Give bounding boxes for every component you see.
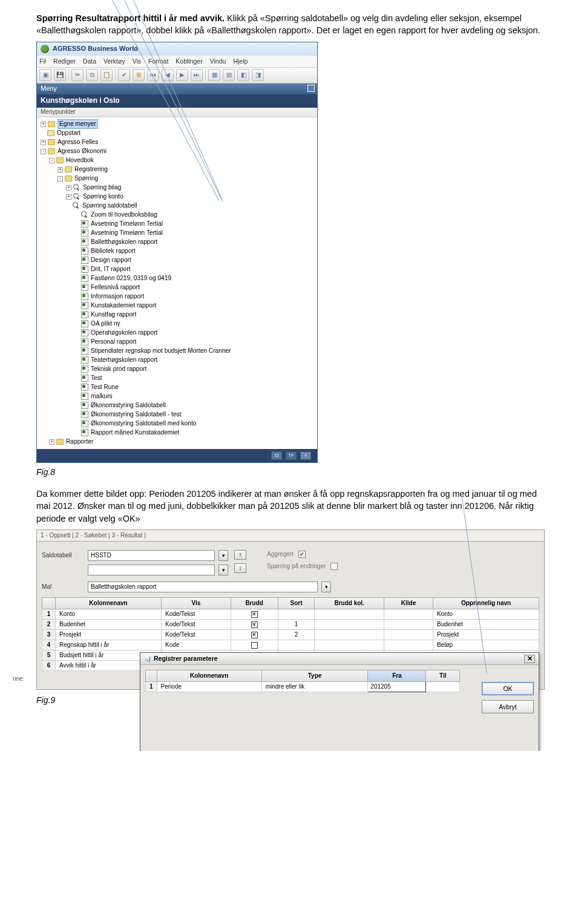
menu-hjelp[interactable]: Hjelp — [233, 57, 248, 66]
tree-item[interactable]: +Rapporter — [41, 437, 315, 447]
tree-item[interactable]: Informasjon rapport — [41, 292, 315, 301]
tb-star-icon[interactable]: ⊞ — [133, 69, 145, 81]
tree-item[interactable]: Kunstfag rapport — [41, 310, 315, 319]
tb-copy-icon[interactable]: ⧉ — [86, 69, 98, 81]
table-row[interactable]: 4Regnskap hittil i årKodeBeløp — [42, 640, 539, 650]
menu-vis[interactable]: Vis — [133, 57, 141, 66]
avbryt-button[interactable]: Avbryt — [482, 700, 534, 713]
tb-nav-next-icon[interactable]: ▶ — [176, 69, 188, 81]
tb-misc4-icon[interactable]: ◨ — [252, 69, 264, 81]
expand-icon[interactable]: + — [57, 167, 63, 172]
expand-icon[interactable]: + — [66, 185, 71, 191]
tree-item[interactable]: Zoom til hovedboksbilag — [41, 211, 315, 220]
tb-misc-icon[interactable]: ▦ — [208, 69, 220, 81]
tb-misc3-icon[interactable]: ◧ — [237, 69, 249, 81]
expand-icon[interactable]: + — [66, 194, 71, 200]
menu-rediger[interactable]: Rediger — [53, 57, 76, 66]
register-parameters-dialog: 📊 Registrer parametere ✕ KolonnenavnType… — [140, 652, 539, 751]
status-btn-o[interactable]: O — [271, 451, 282, 460]
status-btn-tf[interactable]: TF — [286, 451, 297, 460]
tree-item[interactable]: Teknisk prod rapport — [41, 365, 315, 374]
vis-checkbox-cell[interactable] — [231, 640, 278, 650]
tree-item[interactable]: Fellesnivå rapport — [41, 283, 315, 292]
tree-item[interactable]: Test Rune — [41, 383, 315, 392]
checkbox-icon[interactable] — [251, 611, 258, 618]
tree-item[interactable]: Drit, IT rapport — [41, 265, 315, 274]
table-row[interactable]: 2BudenhetKode/Tekst1Budenhet — [42, 620, 539, 630]
ok-button[interactable]: OK — [482, 682, 534, 695]
tb-cut-icon[interactable]: ✂ — [71, 69, 84, 81]
tree-item[interactable]: Personal rapport — [41, 338, 315, 347]
tree-item[interactable]: Avsetning Timelønn Tertial — [41, 220, 315, 229]
tree-item[interactable]: +Registrering — [41, 165, 315, 174]
tree-item[interactable]: Avsetning Timelønn Tertial — [41, 229, 315, 238]
collapse-icon[interactable]: - — [41, 149, 46, 154]
checkbox-icon[interactable] — [251, 621, 258, 628]
param-row[interactable]: 1 Periode mindre eller lik 201205 — [146, 682, 460, 692]
tb-misc2-icon[interactable]: ▤ — [223, 69, 235, 81]
dropdown-icon[interactable]: ▾ — [218, 565, 228, 575]
checkbox-icon[interactable] — [251, 632, 258, 638]
tree-item[interactable]: -Hovedbok — [41, 156, 315, 165]
menu-bar[interactable]: Fil Rediger Data Verktøy Vis Format Kobl… — [37, 56, 317, 68]
menu-verktoy[interactable]: Verktøy — [103, 57, 125, 66]
tb-check-icon[interactable]: ✔ — [118, 69, 130, 81]
move-down-icon[interactable]: ↓ — [234, 563, 246, 573]
tree-item[interactable]: +Spørring konto — [41, 192, 315, 202]
tree-item[interactable]: Rapport måned Kunstakademiet — [41, 428, 315, 437]
table-row[interactable]: 3ProsjektKode/Tekst2Prosjekt — [42, 630, 539, 640]
tree-item[interactable]: Fastlønn 0219, 0319 og 0419 — [41, 274, 315, 283]
vis-checkbox-cell[interactable] — [231, 609, 278, 620]
tree-item[interactable]: Kunstakademiet rapport — [41, 301, 315, 310]
tree-item[interactable]: OA plikt ny — [41, 319, 315, 329]
vis-checkbox-cell[interactable] — [231, 620, 278, 630]
menu-koblinger[interactable]: Koblinger — [176, 57, 202, 66]
collapse-icon[interactable]: - — [49, 158, 54, 163]
vis-checkbox-cell[interactable] — [231, 630, 278, 640]
menu-data[interactable]: Data — [83, 57, 96, 66]
tb-nav-last-icon[interactable]: ⏭ — [191, 69, 203, 81]
tree-item[interactable]: Teaterhøgskolen rapport — [41, 356, 315, 365]
saldotabell-input[interactable]: HSSTD — [88, 550, 215, 561]
tree-item[interactable]: Oppstart — [41, 129, 315, 138]
tree-item[interactable]: Test — [41, 374, 315, 383]
checkbox-icon[interactable] — [251, 642, 258, 649]
tree-item[interactable]: malkurs — [41, 392, 315, 401]
dropdown-icon[interactable]: ▾ — [218, 550, 228, 561]
tb-paste-icon[interactable]: 📋 — [100, 69, 113, 81]
param-fra-input[interactable]: 201205 — [368, 682, 426, 692]
tree-item[interactable]: -Spørring — [41, 174, 315, 183]
dropdown-icon[interactable]: ▾ — [321, 582, 331, 592]
meny-box-icon[interactable] — [307, 85, 315, 92]
expand-icon[interactable]: + — [49, 439, 54, 445]
tree-item[interactable]: Økonomistyring Saldotabell - test — [41, 410, 315, 419]
collapse-icon[interactable]: - — [57, 176, 63, 182]
tree-item[interactable]: Design rapport — [41, 256, 315, 265]
menu-vindu[interactable]: Vindu — [210, 57, 226, 66]
tree-item[interactable]: -Agresso Økonomi — [41, 147, 315, 156]
second-input[interactable] — [88, 565, 215, 575]
tree-item[interactable]: Stipendiater regnskap mot budsjett Morte… — [41, 347, 315, 356]
mal-input[interactable]: Balletthøgskolen rapport — [88, 582, 318, 592]
tb-save-icon[interactable]: 💾 — [54, 69, 66, 81]
expand-icon[interactable]: + — [41, 122, 46, 127]
tree-item[interactable]: +Agresso Felles — [41, 138, 315, 147]
tree-item[interactable]: Balletthøgskolen rapport — [41, 238, 315, 247]
fig8-label: Fig.8 — [36, 467, 545, 479]
move-up-icon[interactable]: ↑ — [234, 550, 246, 560]
tree-item[interactable]: Operahøgskolen rapport — [41, 329, 315, 338]
tb-nav-first-icon[interactable]: ⏮ — [147, 69, 159, 81]
expand-icon[interactable]: + — [41, 140, 46, 145]
menu-fil[interactable]: Fil — [39, 57, 46, 66]
tree-item[interactable]: Bibliotek rapport — [41, 247, 315, 256]
tree-item[interactable]: +Spørring bilag — [41, 183, 315, 192]
close-icon[interactable]: ✕ — [524, 655, 535, 663]
sporring-endr-checkbox[interactable] — [330, 563, 338, 570]
tree-item[interactable]: Spørring saldotabell — [41, 202, 315, 211]
table-row[interactable]: 1KontoKode/TekstKonto — [42, 609, 539, 620]
aggregert-checkbox[interactable] — [298, 551, 306, 558]
tb-open-icon[interactable]: ▣ — [39, 69, 51, 81]
tree-item[interactable]: Økonomistyring Saldotabell med konto — [41, 419, 315, 428]
status-btn-eq[interactable]: = — [300, 451, 311, 460]
tree-item[interactable]: Økonomistyring Saldotabell — [41, 401, 315, 410]
